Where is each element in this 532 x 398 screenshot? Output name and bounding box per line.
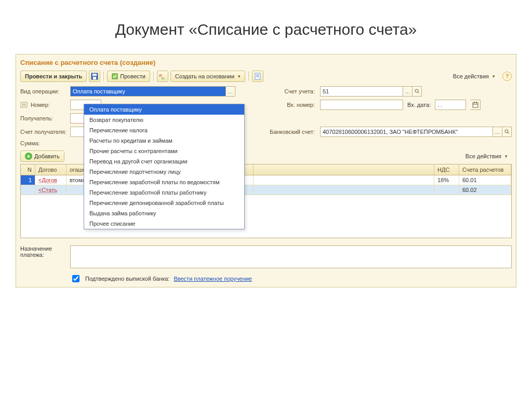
report-button[interactable] xyxy=(252,71,263,82)
calendar-icon xyxy=(472,102,478,108)
confirmed-label: Подтверждено выпиской банка: xyxy=(85,276,169,282)
op-type-dropdown: Оплата поставщику Возврат покупателю Пер… xyxy=(84,104,245,229)
in-date-label: Вх. дата: xyxy=(407,102,431,108)
submit-close-button[interactable]: Провести и закрыть xyxy=(20,71,87,82)
svg-line-11 xyxy=(418,92,419,93)
create-based-button[interactable]: Создать на основании▾ xyxy=(170,71,245,82)
dropdown-item[interactable]: Перечисление депонированной заработной п… xyxy=(84,198,244,208)
dropdown-item[interactable]: Перечисление налога xyxy=(84,125,244,135)
svg-rect-1 xyxy=(92,74,97,76)
dropdown-item[interactable]: Выдача займа работнику xyxy=(84,208,244,218)
bank-acc-search-button[interactable] xyxy=(502,127,512,137)
save-button[interactable] xyxy=(89,71,100,82)
plus-circle-icon: + xyxy=(25,153,32,160)
purpose-label: Назначение платежа: xyxy=(20,245,67,258)
acc-picker-button[interactable]: … xyxy=(403,86,413,97)
dropdown-item[interactable]: Расчеты по кредитам и займам xyxy=(84,135,244,146)
submit-icon xyxy=(112,73,118,79)
magnifier-icon xyxy=(504,129,510,134)
op-type-label: Вид операции: xyxy=(20,88,67,94)
calendar-button[interactable] xyxy=(470,100,481,110)
chevron-down-icon: ▾ xyxy=(505,154,508,159)
enter-payment-order-link[interactable]: Ввести платежное поручение xyxy=(174,276,252,282)
svg-rect-16 xyxy=(473,103,478,107)
chevron-down-icon: ▾ xyxy=(493,74,495,79)
svg-rect-6 xyxy=(255,73,260,79)
svg-text:Кт: Кт xyxy=(162,77,165,79)
acc-code-label: Счет учета: xyxy=(265,88,317,94)
in-date-input[interactable] xyxy=(435,100,466,110)
dtkt-button[interactable]: ДтКт xyxy=(157,71,168,82)
confirmed-checkbox[interactable] xyxy=(72,275,79,282)
document-icon xyxy=(255,73,261,80)
col-accounts-header[interactable]: Счета расчетов xyxy=(459,164,511,175)
help-icon[interactable]: ? xyxy=(502,72,512,81)
svg-line-25 xyxy=(508,132,509,134)
dropdown-item[interactable]: Возврат покупателю xyxy=(84,115,244,125)
slide-title: Документ «Списание с расчетного счета» xyxy=(0,21,532,38)
bank-acc-label: Банковский счет: xyxy=(265,129,317,135)
acc-code-input[interactable] xyxy=(320,86,403,97)
add-row-button[interactable]: + Добавить xyxy=(20,150,64,162)
magnifier-icon xyxy=(415,89,420,94)
all-actions-grid-button[interactable]: Все действия▾ xyxy=(461,150,512,162)
recipient-label: Получатель: xyxy=(20,115,67,121)
dropdown-item[interactable]: Перечисление заработной платы по ведомос… xyxy=(84,177,244,187)
chevron-down-icon: ▾ xyxy=(238,74,241,79)
col-contract-header[interactable]: Догово xyxy=(35,164,66,175)
number-label: Номер: xyxy=(31,102,50,108)
submit-button[interactable]: Провести xyxy=(107,71,150,82)
in-number-input[interactable] xyxy=(320,100,403,110)
bank-acc-input[interactable] xyxy=(320,127,493,137)
recipient-acc-label: Счет получателя: xyxy=(20,129,67,135)
svg-rect-2 xyxy=(93,77,96,79)
floppy-icon xyxy=(91,73,98,80)
in-number-label: Вх. номер: xyxy=(265,102,317,108)
dtkt-icon: ДтКт xyxy=(159,73,166,79)
amount-label: Сумма: xyxy=(20,140,67,146)
app-window: Списание с расчетного счета (создание) П… xyxy=(16,54,516,287)
col-n-header[interactable]: N xyxy=(21,164,35,175)
bank-acc-picker-button[interactable]: … xyxy=(493,127,502,137)
purpose-textarea[interactable] xyxy=(70,245,512,268)
acc-search-button[interactable] xyxy=(413,86,422,97)
svg-rect-19 xyxy=(476,102,477,103)
dropdown-item[interactable]: Прочее списание xyxy=(84,218,244,229)
svg-rect-18 xyxy=(474,102,475,103)
dropdown-item[interactable]: Перевод на другой счет организации xyxy=(84,156,244,167)
form-title: Списание с расчетного счета (создание) xyxy=(20,59,512,66)
number-icon xyxy=(20,102,28,108)
all-actions-button[interactable]: Все действия▾ xyxy=(449,71,499,82)
col-vat-header[interactable]: НДС xyxy=(434,164,459,175)
op-type-picker-button[interactable]: … xyxy=(226,86,235,97)
toolbar-separator xyxy=(153,72,154,81)
toolbar-separator xyxy=(103,72,104,81)
dropdown-item[interactable]: Прочие расчеты с контрагентами xyxy=(84,146,244,156)
op-type-input[interactable] xyxy=(70,86,226,97)
dropdown-item[interactable]: Оплата поставщику xyxy=(84,104,244,115)
toolbar-separator xyxy=(248,72,249,81)
dropdown-item[interactable]: Перечисление подотчетному лицу xyxy=(84,167,244,177)
toolbar: Провести и закрыть Провести ДтКт Создать… xyxy=(20,71,512,82)
dropdown-item[interactable]: Перечисление заработной платы работнику xyxy=(84,187,244,198)
